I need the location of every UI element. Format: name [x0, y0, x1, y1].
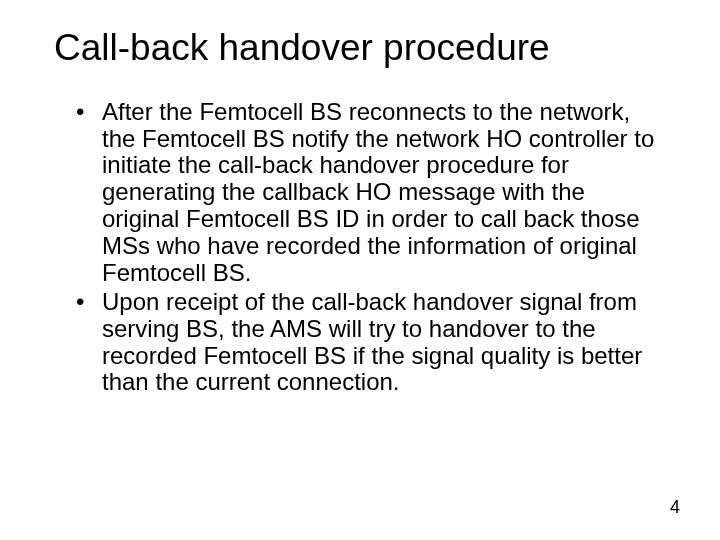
slide-title: Call-back handover procedure: [54, 28, 666, 69]
slide: Call-back handover procedure After the F…: [0, 0, 720, 540]
bullet-item: After the Femtocell BS reconnects to the…: [72, 99, 658, 287]
bullet-item: Upon receipt of the call-back handover s…: [72, 289, 658, 397]
page-number: 4: [670, 497, 680, 518]
bullet-list: After the Femtocell BS reconnects to the…: [54, 99, 666, 397]
